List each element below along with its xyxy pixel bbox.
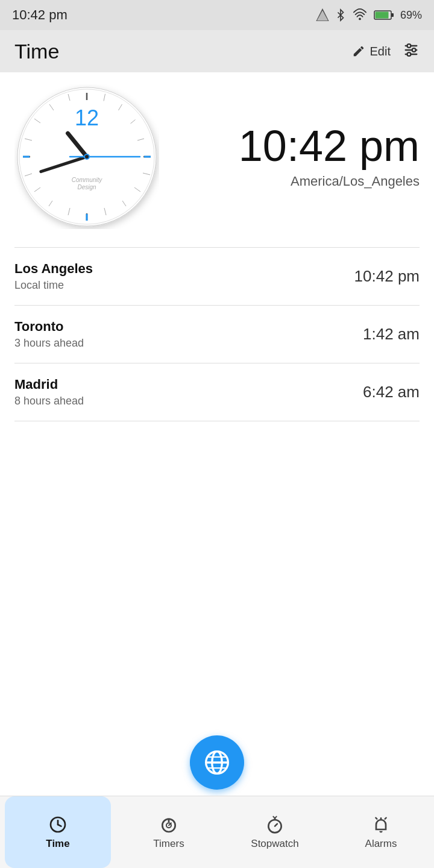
battery-icon xyxy=(374,10,394,20)
svg-text:Community: Community xyxy=(72,177,103,183)
svg-text:12: 12 xyxy=(75,105,99,130)
tab-timers-label: Timers xyxy=(153,838,184,850)
top-app-bar: Time Edit xyxy=(0,30,434,72)
city-info-toronto: Toronto 3 hours ahead xyxy=(14,319,84,350)
city-time-los-angeles: 10:42 pm xyxy=(354,267,420,286)
city-time-madrid: 6:42 am xyxy=(363,383,420,401)
city-desc-toronto: 3 hours ahead xyxy=(14,337,84,350)
status-time: 10:42 pm xyxy=(12,7,68,23)
svg-point-11 xyxy=(407,52,411,56)
add-timezone-fab[interactable] xyxy=(190,735,244,790)
alarm-nav-icon xyxy=(371,815,391,834)
edit-label: Edit xyxy=(370,45,391,58)
tab-alarms-label: Alarms xyxy=(365,838,397,850)
svg-text:Design: Design xyxy=(77,184,96,190)
city-name-madrid: Madrid xyxy=(14,377,84,392)
timezone-label: America/Los_Angeles xyxy=(177,174,420,189)
city-info-los-angeles: Los Angeles Local time xyxy=(14,261,93,292)
table-row: Los Angeles Local time 10:42 pm xyxy=(14,248,420,306)
city-desc-madrid: 8 hours ahead xyxy=(14,395,84,407)
top-bar-actions: Edit xyxy=(352,42,420,61)
svg-point-2 xyxy=(359,18,361,20)
svg-point-45 xyxy=(85,155,89,159)
digital-time-section: 10:42 pm America/Los_Angeles xyxy=(177,124,420,189)
digital-time: 10:42 pm xyxy=(177,124,420,168)
status-icons: 69% xyxy=(316,8,422,22)
pencil-icon xyxy=(352,45,365,58)
globe-icon xyxy=(204,749,230,776)
city-name-toronto: Toronto xyxy=(14,319,84,335)
table-row: Madrid 8 hours ahead 6:42 am xyxy=(14,363,420,421)
city-desc-los-angeles: Local time xyxy=(14,279,93,292)
edit-button[interactable]: Edit xyxy=(352,45,391,58)
city-info-madrid: Madrid 8 hours ahead xyxy=(14,377,84,407)
filter-button[interactable] xyxy=(403,42,420,61)
svg-line-60 xyxy=(275,816,277,818)
world-clocks-list: Los Angeles Local time 10:42 pm Toronto … xyxy=(14,247,420,421)
fab-container xyxy=(190,735,244,790)
tab-time-label: Time xyxy=(46,838,69,850)
clock-section: 12 Community Design 10:42 pm xyxy=(14,84,420,229)
sliders-icon xyxy=(403,42,420,58)
svg-point-9 xyxy=(407,44,411,48)
city-name-los-angeles: Los Angeles xyxy=(14,261,93,277)
tab-time[interactable]: Time xyxy=(5,796,111,868)
analog-clock: 12 Community Design xyxy=(14,84,159,229)
signal-icon xyxy=(316,8,329,22)
svg-point-10 xyxy=(412,48,416,52)
svg-line-53 xyxy=(58,825,61,826)
svg-line-64 xyxy=(385,817,386,819)
city-time-toronto: 1:42 am xyxy=(363,325,420,344)
wifi-icon xyxy=(352,8,368,22)
page-title: Time xyxy=(14,40,59,63)
tab-timers[interactable]: Timers xyxy=(116,796,222,868)
stopwatch-nav-icon xyxy=(265,815,285,834)
svg-line-61 xyxy=(275,823,277,826)
status-bar: 10:42 pm 69% xyxy=(0,0,434,30)
tab-alarms[interactable]: Alarms xyxy=(328,796,434,868)
main-content: 12 Community Design 10:42 pm xyxy=(0,72,434,421)
tab-stopwatch-label: Stopwatch xyxy=(251,838,298,850)
timer-nav-icon xyxy=(159,815,178,834)
svg-rect-4 xyxy=(391,13,394,17)
svg-marker-1 xyxy=(317,11,328,20)
table-row: Toronto 3 hours ahead 1:42 am xyxy=(14,306,420,363)
clock-nav-icon xyxy=(48,815,68,834)
bluetooth-icon xyxy=(335,8,346,22)
svg-line-63 xyxy=(376,817,377,819)
bottom-nav: Time Timers Stopwatch Alarms xyxy=(0,796,434,868)
tab-stopwatch[interactable]: Stopwatch xyxy=(222,796,328,868)
svg-rect-5 xyxy=(375,12,388,19)
battery-percent: 69% xyxy=(400,9,422,22)
